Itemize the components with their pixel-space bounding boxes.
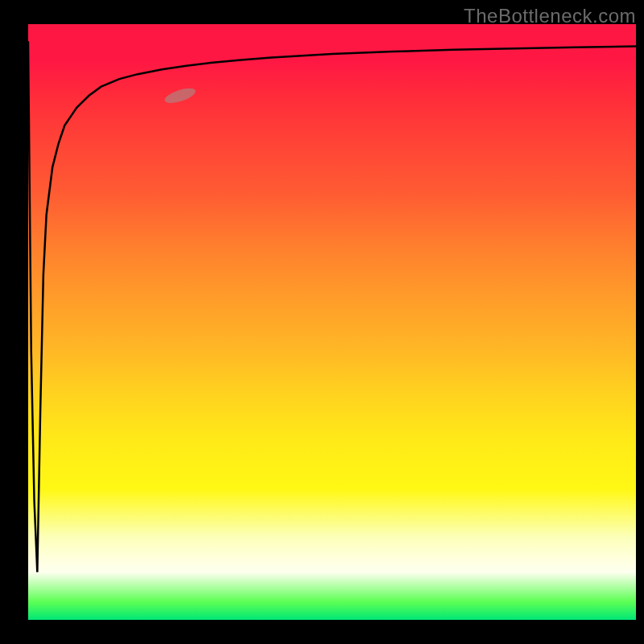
bottleneck-curve — [28, 42, 636, 572]
chart-stage: TheBottleneck.com — [0, 0, 644, 644]
curve-svg — [28, 24, 636, 620]
curve-highlight-marker — [163, 85, 197, 106]
